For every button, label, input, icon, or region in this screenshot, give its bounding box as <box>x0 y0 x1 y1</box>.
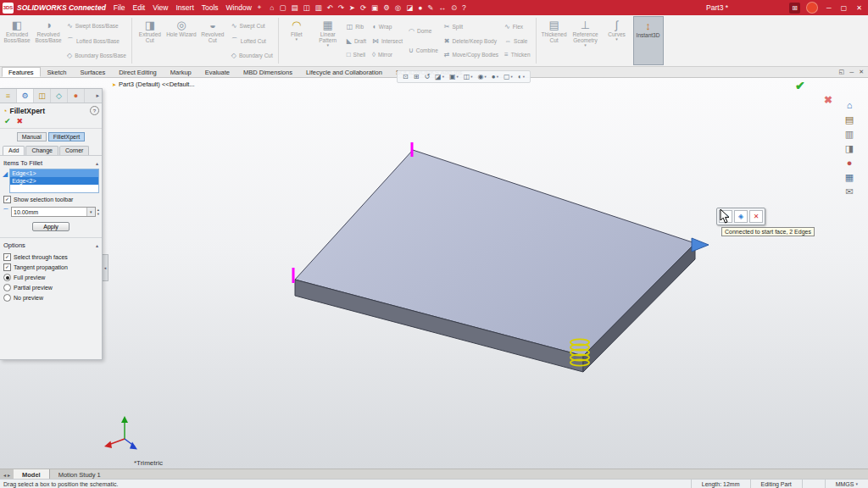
select-icon[interactable]: ➤ <box>349 3 355 12</box>
user-avatar[interactable] <box>806 2 818 14</box>
units-selector[interactable]: MMGS ▾ <box>825 480 868 488</box>
menu-window[interactable]: Window <box>226 3 252 12</box>
tab-scroll-arrow-icon[interactable]: ▸ <box>8 472 10 478</box>
options-section-header[interactable]: Options ▴ <box>0 238 102 251</box>
minimize-doc-icon[interactable]: ─ <box>849 69 854 75</box>
menu-edit[interactable]: Edit <box>133 3 146 12</box>
confirm-cancel-icon[interactable]: ✖ <box>824 94 832 106</box>
ribbon-combine[interactable]: ∪Combine <box>409 47 438 54</box>
view-palette-icon[interactable]: ◨ <box>845 143 854 153</box>
dimxpert-tab[interactable]: ◇ <box>51 89 68 103</box>
display-style-icon[interactable]: ◫▾ <box>464 73 473 80</box>
selection-item-edge-2[interactable]: Edge<2> <box>10 177 98 185</box>
ribbon-instant3d[interactable]: ↕Instant3D <box>633 16 664 65</box>
home-tab-icon[interactable]: ⌂ <box>847 100 853 110</box>
app-launcher-icon[interactable]: ⊞ <box>789 3 800 14</box>
ribbon-intersect[interactable]: ⋈Intersect <box>372 37 403 45</box>
forum-icon[interactable]: ✉ <box>845 186 853 197</box>
ribbon-revolved-cut[interactable]: ◒Revolved Cut <box>198 16 228 65</box>
sub-tab-add[interactable]: Add <box>3 146 25 155</box>
tab-features[interactable]: Features <box>2 67 41 77</box>
radius-combobox[interactable]: 10.00mm ▾ <box>11 207 96 217</box>
ribbon-lofted-boss-base[interactable]: ⌒Lofted Boss/Base <box>67 36 126 46</box>
zoom-fit-icon[interactable]: ⊡ <box>403 73 409 80</box>
view-settings-icon[interactable]: ◐▾ <box>518 73 525 80</box>
help-icon[interactable]: ? <box>462 3 466 12</box>
ribbon-flex[interactable]: ∿Flex <box>504 23 530 30</box>
tab-direct-editing[interactable]: Direct Editing <box>112 67 164 77</box>
ribbon-reference-geometry[interactable]: ⊥Reference Geometry▾ <box>570 16 601 65</box>
radius-spinner[interactable]: ▴ ▾ <box>97 208 99 216</box>
confirm-ok-icon[interactable]: ✔ <box>795 79 805 92</box>
graphics-area[interactable]: ➤ Part3 (Default) <<Default... *Trimetri… <box>0 78 868 469</box>
propertymanager-tab[interactable]: ⚙ <box>17 89 34 103</box>
ribbon-dome[interactable]: ◠Dome <box>409 27 438 35</box>
mode-tab-manual[interactable]: Manual <box>17 132 47 141</box>
view-icon[interactable]: ⊙ <box>451 3 457 12</box>
view-orientation-icon[interactable]: ▣▾ <box>449 73 459 80</box>
section-icon[interactable]: ◪ <box>406 3 413 12</box>
show-selection-toolbar-checkbox[interactable]: ✓ <box>3 196 11 203</box>
appearances-icon[interactable]: ● <box>847 158 853 168</box>
option-full-preview[interactable]: Full preview <box>0 271 102 281</box>
ribbon-boundary-boss-base[interactable]: ◇Boundary Boss/Base <box>67 52 126 59</box>
panel-splitter-handle[interactable]: ◂ <box>103 254 108 281</box>
undo-icon[interactable]: ↶ <box>327 3 333 12</box>
connected-blend-face-button[interactable]: ◈ <box>734 210 748 223</box>
ribbon-fillet[interactable]: ◠Fillet▾ <box>281 16 312 65</box>
show-selection-toolbar-row[interactable]: ✓ Show selection toolbar <box>0 193 102 203</box>
tab-evaluate[interactable]: Evaluate <box>198 67 236 77</box>
tab-lifecycle-and-collaboration[interactable]: Lifecycle and Collaboration <box>299 67 389 77</box>
appearance-icon[interactable]: ● <box>418 3 422 12</box>
ribbon-thickened-cut[interactable]: ▤Thickened Cut <box>539 16 570 65</box>
ribbon-draft[interactable]: ◣Draft <box>347 37 366 45</box>
edit-appearance-icon[interactable]: ●▾ <box>492 73 498 80</box>
hide-show-icon[interactable]: ◉▾ <box>478 73 487 80</box>
menu-insert[interactable]: Insert <box>175 3 193 12</box>
spin-down-icon[interactable]: ▾ <box>97 212 99 216</box>
option-select-through-faces[interactable]: ✓Select through faces <box>0 251 102 261</box>
options-icon[interactable]: ⚙ <box>383 3 390 12</box>
configurationmanager-tab[interactable]: ◫ <box>34 89 51 103</box>
ribbon-shell[interactable]: □Shell <box>347 51 366 58</box>
ribbon-wrap[interactable]: ◖Wrap <box>372 23 403 30</box>
new-doc-icon[interactable]: ▢ <box>279 3 286 12</box>
chevron-down-icon[interactable]: ▾ <box>86 208 95 216</box>
rebuild-icon[interactable]: ⟳ <box>360 3 366 12</box>
menu-tools[interactable]: Tools <box>202 3 219 12</box>
help-icon[interactable]: ? <box>90 106 99 115</box>
print-icon[interactable]: ▥ <box>315 3 322 12</box>
ribbon-boundary-cut[interactable]: ◇Boundary Cut <box>231 52 273 59</box>
featuremanager-tab[interactable]: ≡ <box>0 89 17 103</box>
pin-icon[interactable]: ⌖ <box>258 3 262 12</box>
ribbon-mirror[interactable]: ◊Mirror <box>372 51 403 58</box>
ribbon-extruded-cut[interactable]: ◨Extruded Cut <box>135 16 165 65</box>
ribbon-hole-wizard[interactable]: ◎Hole Wizard <box>166 16 197 65</box>
ribbon-linear-pattern[interactable]: ▦Linear Pattern▾ <box>313 16 343 65</box>
tab-markup[interactable]: Markup <box>164 67 198 77</box>
open-icon[interactable]: ▤ <box>292 3 298 12</box>
partial-preview-radio[interactable] <box>3 284 11 291</box>
tab-scroll-arrow-icon[interactable]: ◂ <box>3 472 6 478</box>
mode-tab-filletxpert[interactable]: FilletXpert <box>48 132 86 141</box>
design-library-icon[interactable]: ▤ <box>845 114 854 125</box>
ribbon-curves[interactable]: ∫Curves▾ <box>602 16 632 65</box>
displaymanager-tab[interactable]: ● <box>68 89 85 103</box>
sketch-icon[interactable]: ✎ <box>427 3 433 12</box>
close-doc-icon[interactable]: ✕ <box>859 69 864 75</box>
ribbon-swept-cut[interactable]: ∿Swept Cut <box>231 22 273 30</box>
zoom-area-icon[interactable]: ⊞ <box>414 73 420 80</box>
file-explorer-icon[interactable]: ▥ <box>845 129 854 139</box>
redo-icon[interactable]: ↷ <box>338 3 344 12</box>
file-properties-icon[interactable]: ▣ <box>371 3 378 12</box>
ribbon-rib[interactable]: ◫Rib <box>347 23 366 30</box>
tab-surfaces[interactable]: Surfaces <box>74 67 113 77</box>
restore-pane-icon[interactable]: ◱ <box>839 69 845 75</box>
ribbon-swept-boss-base[interactable]: ∿Swept Boss/Base <box>67 22 126 30</box>
selection-listbox[interactable]: Edge<1>Edge<2> <box>9 169 99 193</box>
minimize-button[interactable]: ─ <box>824 4 834 12</box>
ribbon-delete-keep-body[interactable]: ✖Delete/Keep Body <box>444 37 498 45</box>
sub-tab-change[interactable]: Change <box>25 146 58 155</box>
selection-item-edge-1[interactable]: Edge<1> <box>10 169 98 177</box>
edge-direction-marker[interactable] <box>692 238 709 252</box>
